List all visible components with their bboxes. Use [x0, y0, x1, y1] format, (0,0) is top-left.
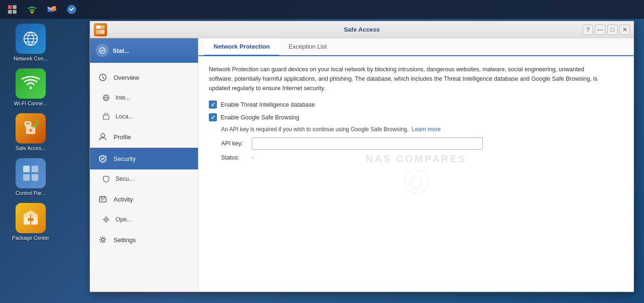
wifi-label: Wi-Fi Conne...	[14, 101, 47, 106]
svg-point-48	[101, 238, 104, 241]
sidebar-item-settings[interactable]: Settings	[90, 229, 198, 251]
security-label: Security	[114, 155, 136, 162]
tab-exception-list[interactable]: Exception List	[279, 38, 336, 56]
desktop-icon-control-panel[interactable]: Control Par...	[5, 158, 57, 196]
safe-access-label: Safe Acces...	[16, 145, 46, 151]
window-title: Safe Access	[344, 26, 380, 33]
secu2-label: Secu...	[116, 176, 134, 182]
activity-label: Activity	[114, 196, 133, 203]
svg-rect-28	[100, 30, 105, 34]
settings-label: Settings	[114, 236, 136, 244]
desktop-icon-network-center[interactable]: Network Cen...	[5, 24, 57, 61]
help-button[interactable]: ?	[583, 25, 593, 35]
sidebar-item-secu2[interactable]: Secu...	[90, 169, 198, 188]
inter-label: Inte...	[116, 94, 130, 101]
svg-rect-40	[101, 196, 102, 198]
svg-rect-4	[31, 11, 33, 13]
wifi-icon	[16, 68, 46, 99]
status-row: Status: -	[221, 154, 623, 161]
profile-label: Profile	[114, 134, 131, 141]
svg-rect-37	[99, 197, 106, 202]
window-body: Stat... Overview	[90, 38, 634, 292]
overview-icon	[98, 72, 108, 83]
svg-point-15	[29, 129, 32, 132]
threat-intelligence-label: Enable Threat Intelligence database	[221, 101, 315, 108]
google-safe-browsing-checkbox[interactable]	[209, 113, 217, 121]
google-safe-browsing-subsection: An API key is required if you wish to co…	[221, 126, 623, 161]
svg-rect-35	[103, 115, 109, 119]
threat-intelligence-checkbox[interactable]	[209, 101, 217, 109]
safe-access-window: Safe Access ? — □ ✕	[90, 21, 634, 292]
settings-icon	[98, 235, 108, 245]
profile-icon	[98, 132, 108, 142]
activity-icon	[98, 194, 108, 204]
loca-label: Loca...	[116, 113, 133, 120]
learn-more-link[interactable]: Learn more	[412, 126, 440, 133]
maximize-button[interactable]: □	[607, 25, 618, 35]
threat-intelligence-row: Enable Threat Intelligence database	[209, 101, 623, 109]
taskbar	[0, 0, 644, 19]
api-key-input[interactable]	[252, 137, 483, 150]
minimize-button[interactable]: —	[595, 25, 605, 35]
sidebar-item-activity[interactable]: Activity	[90, 188, 198, 210]
desktop-icons-container: Network Cen... Wi-Fi Conne...	[5, 24, 57, 241]
description-text: Network Protection can guard devices on …	[209, 65, 605, 93]
status-value: -	[252, 154, 254, 161]
shield-taskbar-icon[interactable]	[63, 2, 80, 17]
main-content: Network Protection Exception List NAS CO…	[198, 38, 634, 292]
svg-rect-26	[100, 25, 105, 29]
sidebar: Stat... Overview	[90, 38, 198, 292]
safe-access-icon	[16, 113, 46, 143]
wifi-taskbar-icon[interactable]	[24, 2, 41, 17]
control-panel-label: Control Par...	[16, 190, 46, 196]
google-safe-browsing-row: Enable Google Safe Browsing	[209, 113, 623, 121]
tab-network-protection[interactable]: Network Protection	[204, 38, 279, 56]
desktop: Network Cen... Wi-Fi Conne...	[0, 0, 644, 303]
sidebar-header-icon	[96, 44, 109, 57]
apps-icon[interactable]	[4, 2, 21, 17]
open-icon	[101, 215, 111, 224]
svg-point-36	[101, 134, 105, 137]
overview-label: Overview	[114, 74, 139, 81]
svg-rect-0	[8, 5, 12, 9]
svg-line-32	[103, 77, 104, 79]
sidebar-header-text: Stat...	[113, 47, 129, 54]
desktop-icon-wifi[interactable]: Wi-Fi Conne...	[5, 68, 57, 106]
sidebar-item-overview[interactable]: Overview	[90, 67, 198, 88]
svg-rect-20	[32, 174, 38, 181]
sidebar-item-loca[interactable]: Loca...	[90, 107, 198, 126]
api-key-row: API key:	[221, 137, 623, 150]
package-center-label: Package Center	[12, 235, 50, 241]
window-app-icon	[94, 23, 107, 36]
svg-point-49	[405, 169, 428, 193]
notification-taskbar-icon[interactable]	[43, 2, 60, 17]
svg-rect-3	[13, 10, 17, 14]
sidebar-nav: Overview Inte...	[90, 63, 198, 292]
network-center-icon	[16, 24, 46, 54]
status-label: Status:	[221, 154, 247, 161]
close-button[interactable]: ✕	[619, 25, 630, 35]
desktop-icon-package-center[interactable]: Package Center	[5, 203, 57, 241]
sidebar-item-open[interactable]: Ope...	[90, 210, 198, 229]
svg-rect-27	[96, 30, 100, 34]
sidebar-item-inter[interactable]: Inte...	[90, 88, 198, 107]
open-label: Ope...	[116, 216, 132, 223]
svg-rect-2	[8, 10, 12, 14]
window-controls: ? — □ ✕	[583, 25, 630, 35]
inter-icon	[101, 93, 111, 102]
secu2-icon	[101, 174, 111, 184]
sidebar-item-profile[interactable]: Profile	[90, 126, 198, 148]
taskbar-icons	[0, 2, 84, 17]
svg-point-43	[106, 219, 107, 220]
loca-icon	[101, 112, 111, 121]
sidebar-item-security[interactable]: Security	[90, 148, 198, 169]
google-safe-browsing-label: Enable Google Safe Browsing	[221, 114, 299, 121]
content-panel: NAS COMPARES Network Protection can guar…	[198, 56, 634, 292]
svg-rect-25	[96, 25, 100, 29]
network-center-label: Network Cen...	[14, 56, 48, 61]
svg-rect-1	[13, 5, 17, 9]
desktop-icon-safe-access[interactable]: Safe Acces...	[5, 113, 57, 151]
security-icon	[98, 153, 108, 164]
sidebar-header: Stat...	[90, 38, 198, 63]
api-key-label: API key:	[221, 140, 247, 147]
